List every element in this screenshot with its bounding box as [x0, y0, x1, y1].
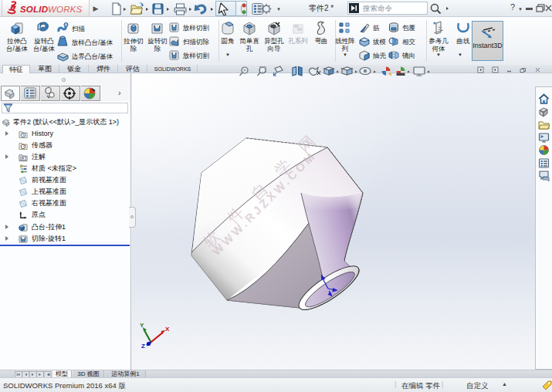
svg-text:A: A [22, 156, 25, 161]
svg-text:SOLID: SOLID [20, 5, 48, 14]
svg-text:X: X [165, 326, 170, 333]
svg-text:WORKS: WORKS [48, 5, 83, 14]
svg-text:Y: Y [140, 322, 144, 329]
svg-text:Z: Z [141, 343, 145, 350]
